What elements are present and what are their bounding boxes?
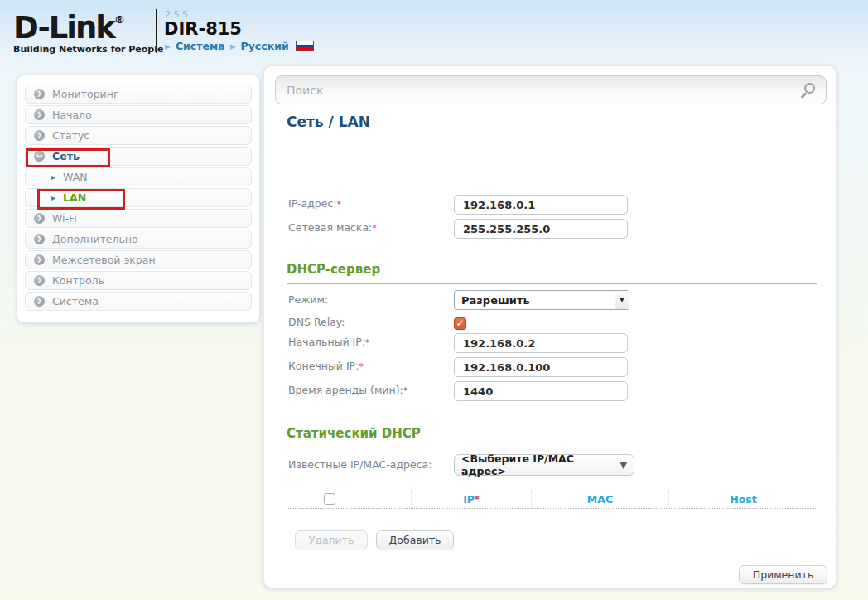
required-asterisk: * xyxy=(336,199,341,210)
page-title: Сеть / LAN xyxy=(287,114,370,130)
end-ip-label: Конечный IP:* xyxy=(288,360,364,372)
lease-time-label: Время аренды (мин):* xyxy=(288,384,407,396)
dlink-logo: D-Link® Building Networks for People xyxy=(13,4,163,55)
required-asterisk: * xyxy=(475,494,480,505)
ip-address-label: IP-адрес:* xyxy=(288,197,341,210)
chevron-glyph: ❯ xyxy=(37,296,42,307)
static-dhcp-section-title: Статический DHCP xyxy=(287,426,817,448)
static-dhcp-table-header: IP* MAC Host xyxy=(287,490,817,509)
sidebar-item-label: Начало xyxy=(52,109,92,121)
header: D-Link® Building Networks for People 2.5… xyxy=(0,0,868,65)
russian-flag-icon[interactable] xyxy=(296,41,314,51)
column-header-ip: IP* xyxy=(411,490,531,508)
sidebar-item-monitoring[interactable]: ❯ Мониторинг xyxy=(25,85,252,104)
breadcrumb: ▶ Система ▶ Русский xyxy=(165,40,314,52)
dhcp-server-section-title: DHCP-сервер xyxy=(287,262,817,284)
required-asterisk: * xyxy=(403,385,408,396)
registered-mark: ® xyxy=(114,13,125,26)
known-ip-mac-select[interactable]: <Выберите IP/MAC адрес> ▼ xyxy=(454,454,634,476)
label-text: IP-адрес: xyxy=(288,197,336,210)
column-header-host: Host xyxy=(668,490,817,508)
select-all-checkbox[interactable] xyxy=(324,493,335,505)
sidebar-item-status[interactable]: ❯ Статус xyxy=(25,126,252,145)
dropdown-arrow-icon: ▼ xyxy=(620,460,627,471)
lease-time-field[interactable] xyxy=(454,381,628,401)
check-icon: ✓ xyxy=(456,317,464,329)
sidebar-item-label: Контроль xyxy=(52,274,104,287)
sidebar-item-advanced[interactable]: ❯ Дополнительно xyxy=(25,230,252,249)
start-ip-field[interactable] xyxy=(454,333,628,353)
ip-address-field[interactable] xyxy=(454,195,628,215)
sidebar-item-firewall[interactable]: ❯ Межсетевой экран xyxy=(25,250,252,269)
breadcrumb-item-system[interactable]: Система xyxy=(176,40,225,52)
logo-text: D-Link® xyxy=(13,4,163,44)
search-input[interactable] xyxy=(287,84,804,97)
chevron-right-circle-icon: ❯ xyxy=(34,275,45,286)
chevron-right-circle-icon: ❯ xyxy=(34,234,45,244)
sidebar-item-label: Сеть xyxy=(52,150,80,162)
chevron-down-circle-icon: ❯ xyxy=(34,151,45,162)
select-dropdown-arrow-icon[interactable]: ▼ xyxy=(615,291,629,309)
apply-button[interactable]: Применить xyxy=(739,565,827,584)
arrow-right-icon: ▸ xyxy=(51,173,55,181)
chevron-right-circle-icon: ❯ xyxy=(34,254,45,265)
label-text: Конечный IP: xyxy=(288,360,359,372)
main-content: Сеть / LAN IP-адрес:* Сетевая маска:* DH… xyxy=(263,65,837,588)
sidebar-item-wan[interactable]: ▸ WAN xyxy=(25,167,252,186)
known-ip-mac-value: <Выберите IP/MAC адрес> xyxy=(461,452,620,477)
label-text: Начальный IP: xyxy=(288,336,365,348)
chevron-glyph: ❯ xyxy=(37,254,42,265)
breadcrumb-item-language[interactable]: Русский xyxy=(241,40,289,52)
column-label: Host xyxy=(730,493,756,506)
delete-button: Удалить xyxy=(295,530,368,549)
column-header-mac: MAC xyxy=(531,490,668,508)
chevron-right-circle-icon: ❯ xyxy=(34,213,45,224)
chevron-glyph: ❯ xyxy=(37,234,42,244)
netmask-label: Сетевая маска:* xyxy=(288,221,377,234)
chevron-glyph: ❯ xyxy=(37,275,42,286)
column-label: MAC xyxy=(587,493,613,506)
dns-relay-checkbox[interactable]: ✓ xyxy=(454,317,466,330)
required-asterisk: * xyxy=(359,361,364,372)
start-ip-label: Начальный IP:* xyxy=(288,336,370,348)
dhcp-mode-value: Разрешить xyxy=(455,294,615,307)
sidebar-item-label: Дополнительно xyxy=(52,233,138,245)
sidebar: ❯ Мониторинг ❯ Начало ❯ Статус ❯ Сеть ▸ … xyxy=(17,75,260,323)
sidebar-item-label: Межсетевой экран xyxy=(52,254,156,266)
known-ip-mac-label: Известные IP/MAC-адреса: xyxy=(288,458,432,471)
search-bar[interactable] xyxy=(275,75,827,104)
sidebar-item-label: LAN xyxy=(63,191,86,204)
label-text: Время аренды (мин): xyxy=(288,384,403,396)
chevron-glyph: ❯ xyxy=(37,109,42,120)
dhcp-mode-select[interactable]: Разрешить ▼ xyxy=(454,290,629,310)
required-asterisk: * xyxy=(365,337,370,348)
label-text: Сетевая маска: xyxy=(288,221,372,234)
chevron-glyph: ❯ xyxy=(37,130,42,141)
chevron-glyph: ❯ xyxy=(37,213,42,224)
logo-tagline: Building Networks for People xyxy=(13,44,163,55)
logo-wordmark: D-Link xyxy=(13,10,114,46)
breadcrumb-arrow-icon: ▶ xyxy=(230,42,236,51)
sidebar-item-label: Мониторинг xyxy=(52,88,118,100)
column-label: IP xyxy=(463,493,475,506)
chevron-glyph: ❯ xyxy=(37,89,42,99)
sidebar-item-control[interactable]: ❯ Контроль xyxy=(25,271,252,290)
select-all-cell xyxy=(287,490,411,508)
chevron-right-circle-icon: ❯ xyxy=(34,296,45,307)
sidebar-item-label: WAN xyxy=(63,171,88,183)
dns-relay-label: DNS Relay: xyxy=(288,316,345,328)
sidebar-item-label: Статус xyxy=(52,129,89,142)
chevron-glyph: ❯ xyxy=(34,154,45,159)
header-divider xyxy=(156,9,157,53)
add-button[interactable]: Добавить xyxy=(376,530,454,549)
sidebar-item-label: Wi-Fi xyxy=(52,212,77,225)
chevron-right-circle-icon: ❯ xyxy=(34,109,45,120)
sidebar-item-network[interactable]: ❯ Сеть xyxy=(25,147,252,166)
end-ip-field[interactable] xyxy=(454,357,628,377)
netmask-field[interactable] xyxy=(454,219,628,239)
sidebar-item-wifi[interactable]: ❯ Wi-Fi xyxy=(25,209,252,228)
search-icon[interactable] xyxy=(804,83,815,94)
sidebar-item-lan[interactable]: ▸ LAN xyxy=(25,188,252,207)
sidebar-item-start[interactable]: ❯ Начало xyxy=(25,105,252,124)
sidebar-item-system[interactable]: ❯ Система xyxy=(25,292,252,311)
